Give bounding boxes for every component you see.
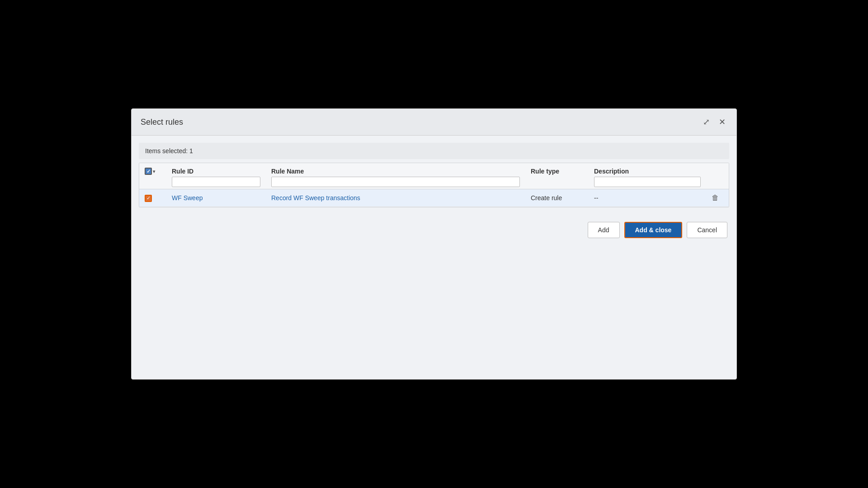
- row-description-cell: --: [589, 189, 706, 207]
- header-description: Description: [589, 163, 706, 189]
- row-checkbox[interactable]: ✓: [145, 195, 152, 202]
- header-rule-type: Rule type: [525, 163, 589, 189]
- expand-button[interactable]: ⤢: [701, 116, 712, 128]
- rule-id-filter[interactable]: [172, 177, 260, 187]
- header-actions: ⤢ ✕: [701, 116, 727, 128]
- cancel-button[interactable]: Cancel: [687, 222, 727, 238]
- dialog-body: Items selected: 1 ✓ ▾: [132, 136, 736, 215]
- header-rule-name: Rule Name: [266, 163, 525, 189]
- dialog-footer: Add Add & close Cancel: [132, 215, 736, 247]
- select-rules-dialog: Select rules ⤢ ✕ Items selected: 1: [131, 108, 737, 380]
- header-checkbox-area: ✓ ▾: [145, 168, 161, 175]
- expand-icon: ⤢: [703, 117, 710, 127]
- rule-name-label: Rule Name: [271, 168, 304, 175]
- description-value: --: [594, 194, 598, 202]
- row-rule-type-cell: Create rule: [525, 189, 589, 207]
- dialog-title: Select rules: [141, 117, 183, 127]
- items-selected-bar: Items selected: 1: [139, 143, 729, 159]
- close-button[interactable]: ✕: [717, 116, 727, 128]
- items-selected-text: Items selected: 1: [145, 147, 193, 155]
- rule-name-filter[interactable]: [271, 177, 520, 187]
- rules-table-container: ✓ ▾ Rule ID Rule Name: [139, 163, 729, 207]
- header-actions-col: [706, 163, 729, 189]
- close-icon: ✕: [719, 117, 726, 127]
- add-close-button[interactable]: Add & close: [624, 222, 683, 238]
- row-rule-id-cell: WF Sweep: [166, 189, 266, 207]
- rule-id-link[interactable]: WF Sweep: [172, 194, 203, 202]
- rule-type-value: Create rule: [531, 194, 562, 202]
- chevron-down-icon[interactable]: ▾: [153, 169, 155, 174]
- rules-table: ✓ ▾ Rule ID Rule Name: [139, 163, 729, 207]
- description-label: Description: [594, 168, 629, 175]
- table-header-row: ✓ ▾ Rule ID Rule Name: [139, 163, 729, 189]
- dialog-header: Select rules ⤢ ✕: [132, 109, 736, 136]
- row-checkbox-cell: ✓: [139, 189, 166, 207]
- rule-name-link[interactable]: Record WF Sweep transactions: [271, 194, 360, 202]
- header-checkbox[interactable]: ✓: [145, 168, 152, 175]
- description-filter[interactable]: [594, 177, 701, 187]
- overlay: Select rules ⤢ ✕ Items selected: 1: [0, 0, 868, 488]
- row-delete-cell: 🗑: [706, 189, 729, 207]
- header-rule-id: Rule ID: [166, 163, 266, 189]
- rule-type-label: Rule type: [531, 168, 559, 175]
- delete-row-button[interactable]: 🗑: [712, 194, 719, 202]
- add-button[interactable]: Add: [588, 222, 620, 238]
- header-checkbox-col: ✓ ▾: [139, 163, 166, 189]
- rule-id-label: Rule ID: [172, 168, 193, 175]
- row-rule-name-cell: Record WF Sweep transactions: [266, 189, 525, 207]
- table-row: ✓ WF Sweep Record WF Sweep transactions …: [139, 189, 729, 207]
